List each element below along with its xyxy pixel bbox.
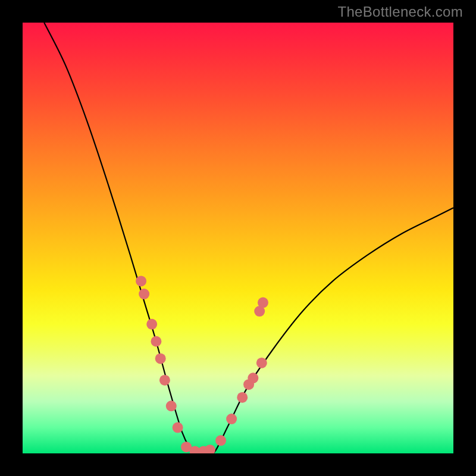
scatter-point xyxy=(258,298,268,308)
scatter-point xyxy=(226,414,237,424)
scatter-point xyxy=(237,392,248,403)
scatter-points xyxy=(136,275,268,453)
scatter-point xyxy=(139,289,149,299)
scatter-point xyxy=(215,435,226,446)
scatter-point xyxy=(166,400,177,411)
chart-frame: TheBottleneck.com xyxy=(0,0,476,476)
scatter-point xyxy=(205,444,215,453)
scatter-point xyxy=(248,372,258,383)
scatter-point xyxy=(155,353,166,364)
scatter-point xyxy=(136,275,146,286)
scatter-point xyxy=(256,358,267,368)
scatter-point xyxy=(151,336,161,347)
curve-plot xyxy=(23,23,453,453)
scatter-point xyxy=(159,375,170,386)
watermark-text: TheBottleneck.com xyxy=(337,4,463,20)
scatter-point xyxy=(173,422,183,433)
scatter-point xyxy=(146,319,157,330)
